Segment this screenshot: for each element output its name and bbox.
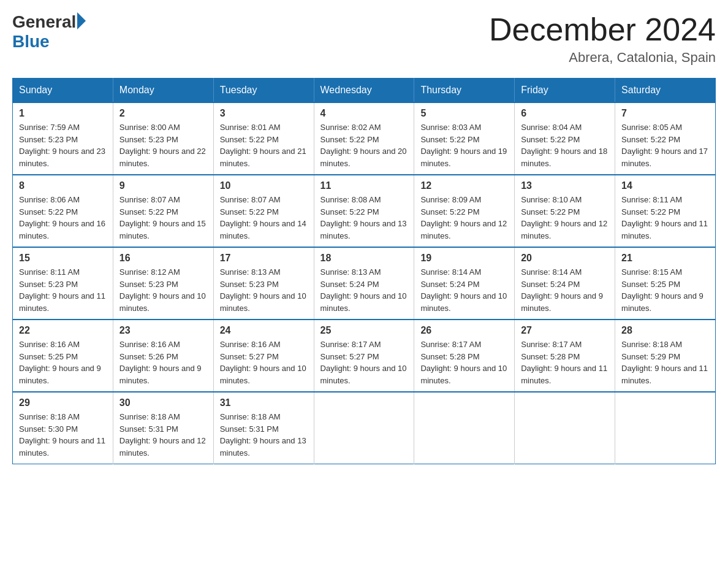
day-cell: 10 Sunrise: 8:07 AMSunset: 5:22 PMDaylig… — [213, 175, 314, 247]
day-cell: 12 Sunrise: 8:09 AMSunset: 5:22 PMDaylig… — [414, 175, 515, 247]
day-cell — [615, 392, 716, 464]
day-number: 11 — [320, 180, 408, 191]
day-info: Sunrise: 8:17 AMSunset: 5:28 PMDaylight:… — [420, 339, 508, 386]
day-cell: 31 Sunrise: 8:18 AMSunset: 5:31 PMDaylig… — [213, 392, 314, 464]
day-cell: 20 Sunrise: 8:14 AMSunset: 5:24 PMDaylig… — [515, 247, 615, 320]
day-number: 6 — [521, 108, 609, 119]
day-info: Sunrise: 8:17 AMSunset: 5:27 PMDaylight:… — [320, 339, 408, 386]
day-number: 20 — [521, 253, 609, 264]
logo-general-text: General — [12, 12, 76, 32]
day-cell: 14 Sunrise: 8:11 AMSunset: 5:22 PMDaylig… — [615, 175, 716, 247]
day-info: Sunrise: 8:16 AMSunset: 5:26 PMDaylight:… — [119, 339, 207, 386]
day-info: Sunrise: 8:03 AMSunset: 5:22 PMDaylight:… — [420, 121, 508, 169]
day-cell: 27 Sunrise: 8:17 AMSunset: 5:28 PMDaylig… — [515, 320, 615, 392]
day-info: Sunrise: 8:02 AMSunset: 5:22 PMDaylight:… — [320, 121, 408, 169]
day-header-tuesday: Tuesday — [213, 79, 314, 103]
week-row-2: 8 Sunrise: 8:06 AMSunset: 5:22 PMDayligh… — [13, 175, 716, 247]
day-cell: 13 Sunrise: 8:10 AMSunset: 5:22 PMDaylig… — [515, 175, 615, 247]
location: Abrera, Catalonia, Spain — [489, 50, 716, 66]
week-row-5: 29 Sunrise: 8:18 AMSunset: 5:30 PMDaylig… — [13, 392, 716, 464]
day-cell: 3 Sunrise: 8:01 AMSunset: 5:22 PMDayligh… — [213, 102, 314, 175]
logo-blue-text: Blue — [12, 32, 50, 52]
day-cell: 23 Sunrise: 8:16 AMSunset: 5:26 PMDaylig… — [113, 320, 213, 392]
day-info: Sunrise: 8:13 AMSunset: 5:23 PMDaylight:… — [220, 266, 308, 314]
day-cell: 18 Sunrise: 8:13 AMSunset: 5:24 PMDaylig… — [314, 247, 414, 320]
day-number: 7 — [621, 108, 709, 119]
day-cell: 15 Sunrise: 8:11 AMSunset: 5:23 PMDaylig… — [13, 247, 113, 320]
day-info: Sunrise: 8:00 AMSunset: 5:23 PMDaylight:… — [119, 121, 207, 169]
day-number: 2 — [119, 108, 207, 119]
day-header-friday: Friday — [515, 79, 615, 103]
day-info: Sunrise: 8:16 AMSunset: 5:25 PMDaylight:… — [19, 339, 107, 386]
logo-arrow-icon — [77, 12, 86, 29]
day-info: Sunrise: 8:08 AMSunset: 5:22 PMDaylight:… — [320, 194, 408, 242]
week-row-3: 15 Sunrise: 8:11 AMSunset: 5:23 PMDaylig… — [13, 247, 716, 320]
day-cell: 26 Sunrise: 8:17 AMSunset: 5:28 PMDaylig… — [414, 320, 515, 392]
week-row-4: 22 Sunrise: 8:16 AMSunset: 5:25 PMDaylig… — [13, 320, 716, 392]
day-number: 27 — [521, 325, 609, 336]
day-cell: 17 Sunrise: 8:13 AMSunset: 5:23 PMDaylig… — [213, 247, 314, 320]
day-info: Sunrise: 8:06 AMSunset: 5:22 PMDaylight:… — [19, 194, 107, 242]
day-info: Sunrise: 8:14 AMSunset: 5:24 PMDaylight:… — [420, 266, 508, 314]
day-cell: 6 Sunrise: 8:04 AMSunset: 5:22 PMDayligh… — [515, 102, 615, 175]
day-info: Sunrise: 8:11 AMSunset: 5:23 PMDaylight:… — [19, 266, 107, 314]
day-info: Sunrise: 8:07 AMSunset: 5:22 PMDaylight:… — [220, 194, 308, 242]
calendar-body: 1 Sunrise: 7:59 AMSunset: 5:23 PMDayligh… — [13, 102, 716, 464]
day-number: 8 — [19, 180, 107, 191]
day-number: 28 — [621, 325, 709, 336]
day-header-wednesday: Wednesday — [314, 79, 414, 103]
day-info: Sunrise: 8:04 AMSunset: 5:22 PMDaylight:… — [521, 121, 609, 169]
day-info: Sunrise: 8:13 AMSunset: 5:24 PMDaylight:… — [320, 266, 408, 314]
day-cell — [515, 392, 615, 464]
day-number: 31 — [220, 397, 308, 408]
day-info: Sunrise: 8:05 AMSunset: 5:22 PMDaylight:… — [621, 121, 709, 169]
week-row-1: 1 Sunrise: 7:59 AMSunset: 5:23 PMDayligh… — [13, 102, 716, 175]
day-info: Sunrise: 8:18 AMSunset: 5:29 PMDaylight:… — [621, 339, 709, 386]
day-cell: 2 Sunrise: 8:00 AMSunset: 5:23 PMDayligh… — [113, 102, 213, 175]
day-cell: 24 Sunrise: 8:16 AMSunset: 5:27 PMDaylig… — [213, 320, 314, 392]
day-number: 24 — [220, 325, 308, 336]
day-header-monday: Monday — [113, 79, 213, 103]
day-info: Sunrise: 8:09 AMSunset: 5:22 PMDaylight:… — [420, 194, 508, 242]
calendar-table: SundayMondayTuesdayWednesdayThursdayFrid… — [12, 78, 716, 464]
day-cell — [314, 392, 414, 464]
day-number: 3 — [220, 108, 308, 119]
day-info: Sunrise: 8:18 AMSunset: 5:30 PMDaylight:… — [19, 411, 107, 459]
day-number: 22 — [19, 325, 107, 336]
day-info: Sunrise: 7:59 AMSunset: 5:23 PMDaylight:… — [19, 121, 107, 169]
day-info: Sunrise: 8:12 AMSunset: 5:23 PMDaylight:… — [119, 266, 207, 314]
day-cell: 22 Sunrise: 8:16 AMSunset: 5:25 PMDaylig… — [13, 320, 113, 392]
title-section: December 2024 Abrera, Catalonia, Spain — [489, 12, 716, 66]
day-number: 5 — [420, 108, 508, 119]
day-number: 25 — [320, 325, 408, 336]
logo: General Blue — [12, 12, 86, 52]
day-number: 16 — [119, 253, 207, 264]
day-cell: 28 Sunrise: 8:18 AMSunset: 5:29 PMDaylig… — [615, 320, 716, 392]
day-cell — [414, 392, 515, 464]
calendar-header: SundayMondayTuesdayWednesdayThursdayFrid… — [13, 79, 716, 103]
day-cell: 29 Sunrise: 8:18 AMSunset: 5:30 PMDaylig… — [13, 392, 113, 464]
day-number: 10 — [220, 180, 308, 191]
day-info: Sunrise: 8:01 AMSunset: 5:22 PMDaylight:… — [220, 121, 308, 169]
day-number: 19 — [420, 253, 508, 264]
day-cell: 11 Sunrise: 8:08 AMSunset: 5:22 PMDaylig… — [314, 175, 414, 247]
day-info: Sunrise: 8:17 AMSunset: 5:28 PMDaylight:… — [521, 339, 609, 386]
day-header-saturday: Saturday — [615, 79, 716, 103]
day-number: 18 — [320, 253, 408, 264]
day-number: 9 — [119, 180, 207, 191]
day-info: Sunrise: 8:16 AMSunset: 5:27 PMDaylight:… — [220, 339, 308, 386]
day-cell: 7 Sunrise: 8:05 AMSunset: 5:22 PMDayligh… — [615, 102, 716, 175]
day-cell: 30 Sunrise: 8:18 AMSunset: 5:31 PMDaylig… — [113, 392, 213, 464]
day-number: 1 — [19, 108, 107, 119]
day-number: 30 — [119, 397, 207, 408]
day-cell: 9 Sunrise: 8:07 AMSunset: 5:22 PMDayligh… — [113, 175, 213, 247]
day-number: 26 — [420, 325, 508, 336]
day-cell: 1 Sunrise: 7:59 AMSunset: 5:23 PMDayligh… — [13, 102, 113, 175]
day-info: Sunrise: 8:07 AMSunset: 5:22 PMDaylight:… — [119, 194, 207, 242]
day-number: 12 — [420, 180, 508, 191]
day-number: 15 — [19, 253, 107, 264]
day-number: 21 — [621, 253, 709, 264]
month-title: December 2024 — [489, 12, 716, 47]
day-info: Sunrise: 8:18 AMSunset: 5:31 PMDaylight:… — [220, 411, 308, 459]
day-cell: 19 Sunrise: 8:14 AMSunset: 5:24 PMDaylig… — [414, 247, 515, 320]
